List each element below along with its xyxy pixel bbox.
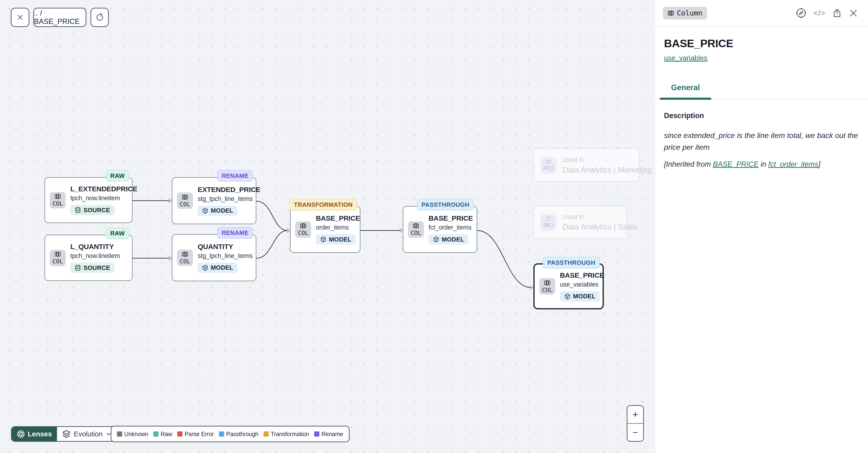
column-kind-icon: COL (539, 278, 555, 294)
legend-item: Rename (314, 431, 343, 437)
node-title: QUANTITY (198, 243, 251, 251)
column-kind-icon: COL (50, 192, 66, 208)
inherited-model-link[interactable]: fct_order_items (768, 160, 818, 168)
node-extended-price[interactable]: RENAME COL EXTENDED_PRICE stg_tpch_line_… (172, 177, 256, 224)
model-chip: MODEL (198, 263, 238, 273)
breadcrumb-label: .. / BASE_PRICE (34, 9, 86, 26)
breadcrumb[interactable]: .. / BASE_PRICE (33, 8, 86, 27)
lens-selector[interactable]: Lenses Evolution (11, 426, 117, 442)
legend-item: Passthrough (219, 431, 258, 437)
entity-type-label: Column (677, 9, 702, 17)
node-quantity[interactable]: RENAME COL QUANTITY stg_tpch_line_items … (172, 234, 256, 281)
kind-label: COL (410, 230, 421, 236)
column-kind-icon: COL (177, 250, 193, 266)
legend-swatch (117, 431, 122, 436)
archive-icon (545, 159, 552, 165)
tab-general[interactable]: General (660, 83, 711, 100)
lens-badge: PASSTHROUGH (543, 257, 600, 268)
refresh-icon (95, 13, 104, 22)
zoom-controls[interactable]: + − (627, 405, 644, 442)
cube-icon (202, 264, 209, 271)
node-subtitle: stg_tpch_line_items (198, 252, 251, 260)
database-icon (74, 264, 81, 271)
model-chip: MODEL (560, 291, 600, 302)
inherited-note: [Inherited from BASE_PRICE in fct_order_… (664, 160, 858, 169)
description-heading: Description (664, 112, 858, 120)
legend-item: Transformation (264, 431, 309, 437)
lineage-canvas[interactable]: .. / BASE_PRICE PRJ Used In Data Analyti… (0, 0, 655, 453)
cube-icon (564, 293, 571, 300)
model-link[interactable]: use_variables (664, 54, 707, 62)
cube-icon (433, 236, 439, 243)
lens-badge: TRANSFORMATION (289, 199, 357, 210)
node-l-quantity[interactable]: RAW COL L_QUANTITY tpch_now.lineitem SOU… (44, 235, 132, 281)
compass-icon[interactable] (796, 7, 807, 19)
refresh-button[interactable] (91, 8, 109, 27)
cube-icon (320, 236, 327, 243)
kind-label: COL (52, 200, 63, 207)
close-icon[interactable] (849, 8, 858, 18)
archive-icon (545, 216, 552, 222)
aperture-icon (17, 430, 25, 438)
tab-bar: General (655, 83, 868, 100)
node-title: EXTENDED_PRICE (198, 186, 251, 194)
kind-label: PRJ (543, 165, 554, 172)
columns-icon (412, 223, 420, 229)
page-title: BASE_PRICE (664, 37, 858, 50)
kind-label: COL (298, 230, 308, 236)
layers-icon (62, 430, 70, 438)
model-chip: MODEL (429, 234, 468, 245)
lens-badge: RAW (106, 227, 129, 239)
columns-icon (544, 280, 551, 286)
panel-header: Column </> (655, 0, 868, 27)
panel-body: BASE_PRICE use_variables General Descrip… (655, 37, 868, 169)
node-subtitle: use_variables (560, 281, 598, 288)
ghost-used-in-label: Used In (562, 156, 652, 164)
lens-badge: RENAME (217, 227, 253, 239)
lenses-button[interactable]: Lenses (12, 427, 57, 441)
node-title: L_EXTENDEDPRICE (70, 185, 127, 193)
legend-swatch (177, 431, 182, 436)
ghost-used-in-label: Used In (562, 214, 637, 221)
database-icon (74, 207, 81, 214)
share-icon[interactable] (832, 8, 842, 19)
kind-label: COL (180, 201, 190, 208)
node-subtitle: fct_order_items (429, 224, 472, 231)
ghost-node-sales[interactable]: PRJ Used In Data Analytics | Sales (533, 206, 627, 239)
close-lineage-button[interactable] (11, 8, 29, 27)
inherited-suffix: ] (818, 160, 820, 168)
columns-icon (300, 223, 307, 229)
columns-icon (54, 251, 61, 257)
node-base-price-use-variables[interactable]: PASSTHROUGH COL BASE_PRICE use_variables… (533, 263, 604, 309)
cube-icon (202, 207, 209, 214)
details-panel: Column </> BASE_PRICE use_variables Gene… (655, 0, 868, 453)
lens-mode-dropdown[interactable]: Evolution (57, 427, 116, 441)
node-subtitle: order_items (316, 224, 355, 231)
zoom-out-button[interactable]: − (627, 424, 643, 441)
lenses-label: Lenses (28, 430, 52, 438)
code-icon[interactable]: </> (813, 9, 825, 18)
model-chip: MODEL (198, 206, 238, 216)
lens-badge: RENAME (217, 170, 253, 182)
project-kind-icon: PRJ (540, 214, 556, 231)
column-kind-icon: COL (50, 250, 66, 266)
node-l-extendedprice[interactable]: RAW COL L_EXTENDEDPRICE tpch_now.lineite… (44, 177, 132, 223)
close-icon (16, 13, 24, 21)
ghost-node-marketing[interactable]: PRJ Used In Data Analytics | Marketing (533, 148, 640, 182)
inherited-mid: in (758, 160, 768, 168)
inherited-column-link[interactable]: BASE_PRICE (713, 160, 758, 168)
model-chip: MODEL (316, 234, 356, 245)
kind-label: COL (180, 258, 190, 265)
ghost-node-name: Data Analytics | Sales (562, 223, 637, 231)
kind-label: COL (542, 287, 552, 293)
legend-item: Parse Error (177, 431, 214, 437)
node-subtitle: stg_tpch_line_items (198, 195, 251, 203)
node-base-price-fct-order-items[interactable]: PASSTHROUGH COL BASE_PRICE fct_order_ite… (403, 206, 477, 253)
legend-swatch (264, 431, 269, 436)
columns-icon (182, 194, 188, 200)
columns-icon (54, 193, 61, 200)
node-base-price-order-items[interactable]: TRANSFORMATION COL BASE_PRICE order_item… (290, 206, 361, 253)
zoom-in-button[interactable]: + (627, 406, 643, 424)
lens-mode-label: Evolution (73, 430, 102, 438)
project-kind-icon: PRJ (540, 157, 556, 173)
